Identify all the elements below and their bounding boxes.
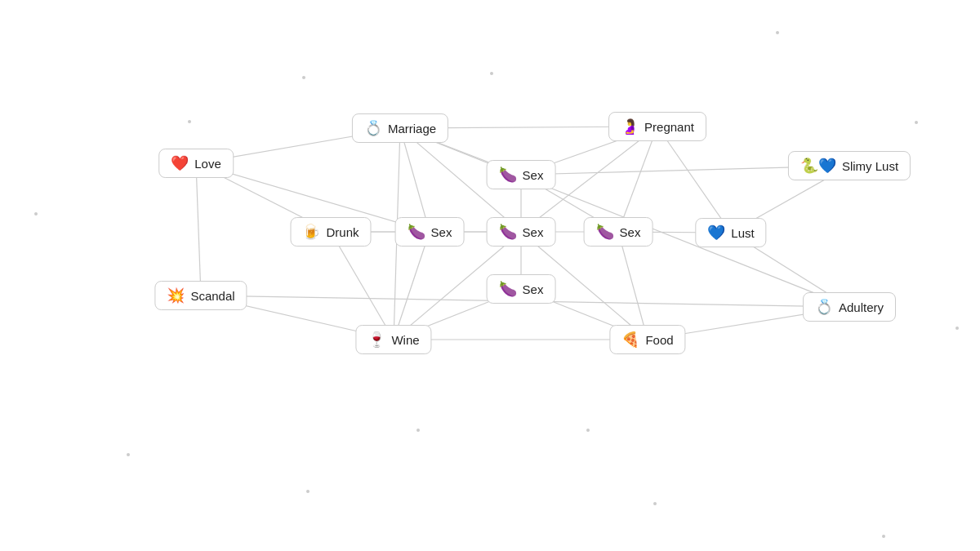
- decorative-dot: [127, 453, 130, 456]
- node-icon-sex2: 🍆: [499, 167, 517, 182]
- svg-line-12: [618, 127, 657, 232]
- node-label-marriage: Marriage: [388, 122, 436, 136]
- node-drunk[interactable]: 🍺Drunk: [290, 217, 371, 247]
- svg-line-13: [657, 127, 731, 233]
- node-label-wine: Wine: [391, 333, 419, 347]
- decorative-dot: [882, 535, 885, 538]
- node-label-adultery: Adultery: [839, 300, 884, 314]
- node-sex2[interactable]: 🍆Sex: [487, 160, 556, 189]
- node-scandal[interactable]: 💥Scandal: [154, 281, 247, 310]
- node-icon-sex1: 🍆: [408, 224, 425, 239]
- graph-container: ❤️Love💍Marriage🤰Pregnant🐍💙Slimy Lust🍺Dru…: [0, 0, 980, 551]
- decorative-dot: [653, 502, 657, 505]
- node-pregnant[interactable]: 🤰Pregnant: [608, 112, 706, 141]
- node-icon-sex5: 🍆: [596, 224, 614, 239]
- node-icon-sex4: 🍆: [499, 282, 517, 296]
- node-icon-love: ❤️: [171, 156, 189, 171]
- decorative-dot: [915, 121, 918, 124]
- node-icon-drunk: 🍺: [302, 224, 320, 239]
- node-label-love: Love: [194, 157, 221, 171]
- svg-line-1: [196, 163, 201, 295]
- decorative-dot: [776, 31, 779, 34]
- node-sex3[interactable]: 🍆Sex: [487, 217, 556, 247]
- node-label-pregnant: Pregnant: [644, 120, 694, 134]
- node-label-sex1: Sex: [431, 225, 452, 239]
- svg-line-18: [394, 232, 430, 340]
- node-slimy_lust[interactable]: 🐍💙Slimy Lust: [788, 151, 911, 180]
- node-sex1[interactable]: 🍆Sex: [395, 217, 465, 247]
- decorative-dot: [188, 120, 191, 123]
- decorative-dot: [306, 490, 310, 493]
- node-label-drunk: Drunk: [326, 225, 359, 239]
- decorative-dot: [586, 429, 590, 432]
- node-icon-wine: 🍷: [368, 332, 385, 347]
- node-label-sex3: Sex: [523, 225, 544, 239]
- decorative-dot: [956, 327, 959, 330]
- node-sex5[interactable]: 🍆Sex: [584, 217, 653, 247]
- node-label-slimy_lust: Slimy Lust: [842, 159, 898, 173]
- node-sex4[interactable]: 🍆Sex: [487, 274, 556, 304]
- node-marriage[interactable]: 💍Marriage: [352, 113, 448, 143]
- node-label-lust: Lust: [731, 226, 754, 240]
- node-icon-pregnant: 🤰: [621, 119, 639, 134]
- svg-line-16: [331, 232, 394, 340]
- node-label-sex2: Sex: [523, 168, 544, 182]
- node-label-sex4: Sex: [523, 282, 544, 296]
- svg-line-29: [618, 232, 648, 340]
- node-love[interactable]: ❤️Love: [158, 149, 234, 178]
- node-label-sex5: Sex: [620, 225, 641, 239]
- node-icon-sex3: 🍆: [499, 224, 517, 239]
- node-icon-adultery: 💍: [815, 300, 833, 314]
- decorative-dot: [416, 429, 420, 432]
- node-icon-marriage: 💍: [364, 121, 382, 136]
- node-food[interactable]: 🍕Food: [609, 325, 685, 354]
- decorative-dot: [302, 76, 305, 79]
- node-adultery[interactable]: 💍Adultery: [803, 292, 896, 322]
- decorative-dot: [490, 72, 493, 75]
- node-label-food: Food: [645, 333, 673, 347]
- decorative-dot: [34, 212, 38, 216]
- svg-line-7: [400, 128, 430, 232]
- node-label-scandal: Scandal: [190, 289, 234, 303]
- node-icon-lust: 💙: [707, 225, 725, 240]
- node-wine[interactable]: 🍷Wine: [355, 325, 431, 354]
- node-icon-slimy_lust: 🐍💙: [800, 158, 836, 173]
- node-lust[interactable]: 💙Lust: [695, 218, 766, 247]
- node-icon-scandal: 💥: [167, 288, 185, 303]
- node-icon-food: 🍕: [621, 332, 639, 347]
